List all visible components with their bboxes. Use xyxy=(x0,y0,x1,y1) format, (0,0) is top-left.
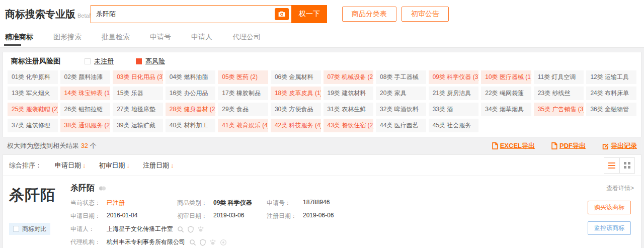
tab-4[interactable]: 申请号 xyxy=(149,27,172,48)
risk-cell-13[interactable]: 13类 军火烟火 xyxy=(8,87,58,100)
risk-cell-23[interactable]: 23类 纱线丝 xyxy=(534,87,584,100)
agent-paw-icon[interactable] xyxy=(209,239,216,245)
tab-5[interactable]: 申请人 xyxy=(190,27,213,48)
view-toggle xyxy=(604,157,635,174)
trademark-image-text[interactable]: 杀阡陌 xyxy=(9,185,63,206)
risk-cell-6[interactable]: 06类 金属材料 xyxy=(271,70,321,84)
risk-cell-25[interactable]: 25类 服装鞋帽 (2) xyxy=(8,103,58,116)
agent-target-icon[interactable] xyxy=(220,239,227,246)
compare-toggle[interactable]: 商标对比 xyxy=(9,223,50,235)
export-record-link[interactable]: 导出记录 xyxy=(602,141,637,150)
search-agent-icon[interactable] xyxy=(189,239,196,246)
result-title[interactable]: 杀阡陌 xyxy=(70,183,95,194)
field-5: 初审日期：2019-03-06 xyxy=(177,212,267,220)
tab-2[interactable]: 图形搜索 xyxy=(52,27,83,48)
field-label: 当前状态： xyxy=(70,199,107,207)
risk-cell-39[interactable]: 39类 运输贮藏 xyxy=(113,119,163,132)
brand: 商标搜索专业版 Beta版 xyxy=(5,8,95,21)
risk-cell-15[interactable]: 15类 乐器 xyxy=(113,87,163,100)
result-card: 综合排序： 申请日期↓初审日期↓注册日期↓ 杀阡陌 商标对比 杀阡陌 xyxy=(3,154,641,248)
search-applicant-icon[interactable] xyxy=(177,226,184,233)
risk-cell-45[interactable]: 45类 社会服务 xyxy=(429,119,479,132)
risk-cell-37[interactable]: 37类 建筑修理 xyxy=(8,119,58,132)
risk-cell-29[interactable]: 29类 食品 xyxy=(218,103,268,116)
risk-cell-4[interactable]: 04类 燃料油脂 xyxy=(166,70,216,84)
risk-cell-36[interactable]: 36类 金融物管 xyxy=(586,103,636,116)
risk-cell-14[interactable]: 14类 珠宝钟表 (1) xyxy=(60,87,111,100)
applicant-paw-icon[interactable] xyxy=(197,226,204,232)
sort-desc-icon: ↓ xyxy=(83,161,86,169)
legend-high-risk[interactable]: 高风险 xyxy=(136,57,165,66)
risk-cell-41[interactable]: 41类 教育娱乐 (4) xyxy=(218,119,268,132)
risk-cell-7[interactable]: 07类 机械设备 (2) xyxy=(324,70,374,84)
tab-1[interactable]: 精准商标 xyxy=(4,27,34,48)
risk-cell-10[interactable]: 10类 医疗器械 (1) xyxy=(481,70,531,84)
applicant-shield-icon[interactable] xyxy=(188,226,194,233)
preliminary-gazette-button[interactable]: 初审公告 xyxy=(401,7,449,22)
compare-checkbox[interactable] xyxy=(13,226,19,232)
tab-3[interactable]: 批量检索 xyxy=(101,27,131,48)
risk-cell-9[interactable]: 09类 科学仪器 (3) xyxy=(429,70,479,84)
risk-cell-1[interactable]: 01类 化学原料 xyxy=(8,70,58,84)
risk-cell-21[interactable]: 21类 厨房洁具 xyxy=(429,87,479,100)
risk-cell-30[interactable]: 30类 方便食品 xyxy=(271,103,321,116)
image-search-button[interactable] xyxy=(275,8,289,20)
risk-cell-18[interactable]: 18类 皮革皮具 (1) xyxy=(271,87,321,100)
similar-icon[interactable] xyxy=(99,185,106,192)
app-title: 商标搜索专业版 xyxy=(5,8,75,21)
risk-cell-35[interactable]: 35类 广告销售 (3) xyxy=(534,103,584,116)
risk-cell-33[interactable]: 33类 酒 xyxy=(429,103,479,116)
export-links: EXCEL导出PDF导出导出记录 xyxy=(475,141,637,150)
risk-cell-5[interactable]: 05类 医药 (2) xyxy=(218,70,268,84)
risk-cell-3[interactable]: 03类 日化用品 (3) xyxy=(113,70,163,84)
risk-cell-32[interactable]: 32类 啤酒饮料 xyxy=(376,103,426,116)
export-pdf-link[interactable]: PDF导出 xyxy=(551,141,586,150)
risk-cell-42[interactable]: 42类 科技服务 (4) xyxy=(271,119,321,132)
risk-cell-26[interactable]: 26类 钮扣拉链 xyxy=(60,103,111,116)
risk-cell-27[interactable]: 27类 地毯席垫 xyxy=(113,103,163,116)
risk-cell-34[interactable]: 34类 烟草烟具 xyxy=(481,103,531,116)
risk-cell-28[interactable]: 28类 健身器材 (2) xyxy=(166,103,216,116)
list-view-button[interactable] xyxy=(604,158,619,173)
tab-6[interactable]: 代理公司 xyxy=(231,27,262,48)
shield-icon xyxy=(200,239,206,246)
risk-cell-19[interactable]: 19类 建筑材料 xyxy=(324,87,374,100)
legend-unregistered[interactable]: 未注册 xyxy=(85,57,114,66)
legend-unregistered-label: 未注册 xyxy=(94,57,114,66)
grid-view-button[interactable] xyxy=(619,158,634,173)
risk-cell-43[interactable]: 43类 餐饮住宿 (2) xyxy=(324,119,374,132)
export-excel-link[interactable]: EXCEL导出 xyxy=(492,141,535,150)
legend-high-risk-checkbox[interactable] xyxy=(136,58,142,64)
field-2: 商品类别：09类 科学仪器 xyxy=(177,199,267,207)
search-submit-button[interactable]: 权一下 xyxy=(292,5,327,23)
risk-cell-40[interactable]: 40类 材料加工 xyxy=(166,119,216,132)
sort-option-3[interactable]: 注册日期↓ xyxy=(143,161,174,170)
camera-icon xyxy=(278,11,286,18)
agent-shield-icon[interactable] xyxy=(200,239,206,246)
search-box xyxy=(91,5,292,23)
risk-cell-38[interactable]: 38类 通讯服务 (2) xyxy=(60,119,111,132)
sort-option-1[interactable]: 申请日期↓ xyxy=(55,161,86,170)
applicant-name: 上海星子文化传播工作室 xyxy=(107,225,173,233)
legend-high-risk-label: 高风险 xyxy=(145,57,165,66)
legend-unregistered-checkbox[interactable] xyxy=(85,58,91,64)
risk-cell-8[interactable]: 08类 手工器械 xyxy=(376,70,426,84)
risk-cell-2[interactable]: 02类 颜料油漆 xyxy=(60,70,111,84)
view-detail-link[interactable]: 查看详情> xyxy=(606,184,634,193)
monitor-trademark-button[interactable]: 监控该商标 xyxy=(588,221,631,235)
risk-cell-24[interactable]: 24类 布料床单 xyxy=(586,87,636,100)
risk-cell-20[interactable]: 20类 家具 xyxy=(376,87,426,100)
risk-cell-11[interactable]: 11类 灯具空调 xyxy=(534,70,584,84)
search-input[interactable] xyxy=(91,11,275,18)
buy-trademark-button[interactable]: 购买该商标 xyxy=(588,201,631,214)
risk-cell-44[interactable]: 44类 医疗园艺 xyxy=(376,119,426,132)
classification-table-button[interactable]: 商品分类表 xyxy=(342,7,396,22)
risk-cell-12[interactable]: 12类 运输工具 xyxy=(586,70,636,84)
agent-label: 代理机构： xyxy=(70,238,107,246)
risk-cell-16[interactable]: 16类 办公用品 xyxy=(166,87,216,100)
risk-cell-31[interactable]: 31类 农林生鲜 xyxy=(324,103,374,116)
sort-option-2[interactable]: 初审日期↓ xyxy=(99,161,130,170)
sort-option-label: 申请日期 xyxy=(55,161,81,169)
risk-cell-22[interactable]: 22类 绳网袋蓬 xyxy=(481,87,531,100)
risk-cell-17[interactable]: 17类 橡胶制品 xyxy=(218,87,268,100)
